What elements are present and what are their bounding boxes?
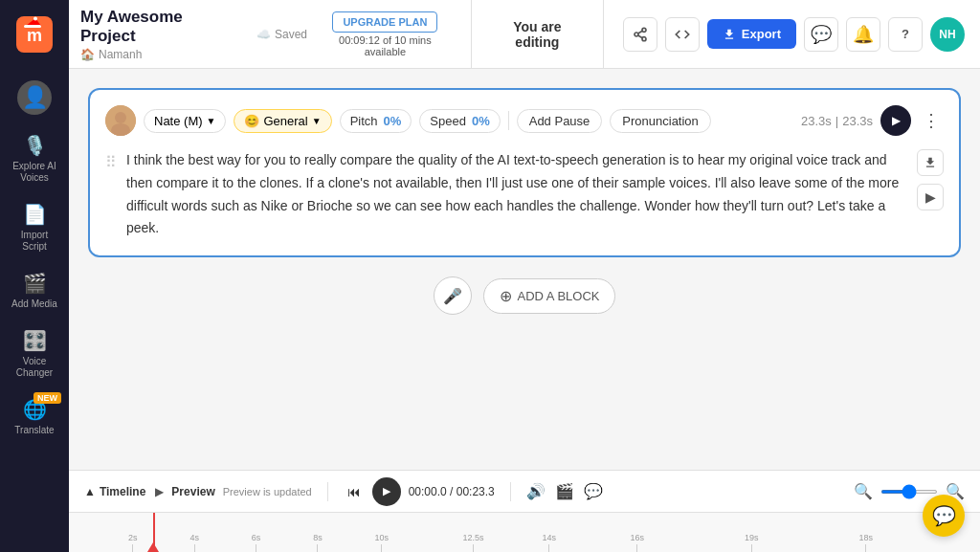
timeline-chevron-icon: ▲: [84, 485, 96, 498]
cloud-icon: ☁️: [256, 28, 271, 41]
playhead-marker: [147, 542, 159, 552]
editing-label: You are editing: [471, 0, 604, 68]
tick-line-10: [865, 544, 866, 552]
share-button[interactable]: [623, 17, 657, 52]
explore-icon: 🎙️: [23, 134, 47, 157]
skip-back-button[interactable]: ⏮: [344, 480, 365, 503]
sidebar: 👤 🎙️ Explore AI Voices 📄 Import Script 🎬…: [0, 69, 69, 552]
add-block-label: ADD A BLOCK: [518, 289, 600, 303]
separator-2: [327, 482, 328, 501]
add-pause-button[interactable]: Add Pause: [517, 109, 603, 133]
pronunciation-button[interactable]: Pronunciation: [610, 109, 711, 133]
voice-selector[interactable]: Nate (M) ▼: [144, 109, 226, 133]
voice-block: Nate (M) ▼ 😊 General ▼ Pitch 0% Speed: [88, 88, 961, 257]
ruler-tick-10: 18s: [859, 533, 874, 552]
current-time: 00:00.0: [409, 485, 447, 498]
saved-label: Saved: [275, 28, 307, 41]
project-title: My Awesome Project: [80, 8, 237, 46]
play-block-action-button[interactable]: ▶: [917, 184, 944, 210]
voice-block-body: ⠿ I think the best way for you to really…: [105, 149, 944, 240]
tick-line-6: [473, 544, 474, 552]
speed-label: Speed: [430, 114, 466, 128]
drag-handle[interactable]: ⠿: [105, 153, 117, 240]
saved-badge: ☁️ Saved: [256, 28, 307, 41]
notification-button[interactable]: 🔔: [846, 17, 880, 52]
timeline-label: ▲ Timeline: [84, 485, 145, 498]
ruler-tick-9: 19s: [745, 533, 759, 552]
preview-section: ▶ Preview Preview is updated: [155, 485, 311, 498]
pitch-value: 0%: [384, 114, 402, 128]
sidebar-item-explore[interactable]: 🎙️ Explore AI Voices: [6, 126, 63, 191]
tick-line-7: [548, 544, 549, 552]
sidebar-avatar: 👤: [17, 80, 52, 115]
sidebar-item-translate[interactable]: NEW 🌐 Translate: [6, 390, 63, 444]
chat-floating-button[interactable]: 💬: [923, 495, 965, 537]
time-counter: 00:00.0 / 00:23.3: [409, 485, 495, 498]
separator-3: [510, 482, 511, 501]
separator-1: [508, 111, 509, 130]
preview-icon: ▶: [155, 485, 164, 498]
export-button[interactable]: Export: [707, 19, 796, 49]
zoom-out-button[interactable]: 🔍: [854, 482, 873, 500]
mic-button[interactable]: 🎤: [434, 276, 472, 315]
import-icon: 📄: [23, 203, 47, 226]
add-block-action-button[interactable]: [917, 149, 944, 176]
more-options-button[interactable]: ⋮: [919, 106, 944, 135]
sidebar-item-voice-changer[interactable]: 🎛️ Voice Changer: [6, 321, 63, 386]
upgrade-section: UPGRADE PLAN 00:09:12 of 10 mins availab…: [319, 11, 452, 57]
header: m My Awesome Project 🏠 Namanh ☁️ Saved U…: [0, 0, 980, 69]
pitch-control[interactable]: Pitch 0%: [340, 109, 412, 133]
voice-avatar: [105, 105, 136, 136]
speed-control[interactable]: Speed 0%: [419, 109, 500, 133]
sidebar-item-media[interactable]: 🎬 Add Media: [6, 264, 63, 318]
tick-line-3: [256, 544, 256, 552]
text-content[interactable]: I think the best way for you to really c…: [126, 149, 907, 240]
time-sep: |: [835, 114, 838, 128]
tick-line: [132, 544, 133, 552]
timeline-bar: ▲ Timeline ▶ Preview Preview is updated …: [69, 470, 980, 512]
svg-rect-3: [24, 25, 41, 28]
export-label: Export: [742, 27, 781, 41]
video-button[interactable]: 🎬: [555, 482, 574, 500]
tick-line-8: [636, 544, 637, 552]
emotion-emoji: 😊: [244, 114, 259, 128]
timeline-text: Timeline: [100, 485, 145, 498]
upgrade-button[interactable]: UPGRADE PLAN: [332, 11, 437, 33]
voice-block-header: Nate (M) ▼ 😊 General ▼ Pitch 0% Speed: [105, 105, 944, 136]
preview-label: Preview: [171, 485, 214, 498]
volume-button[interactable]: 🔊: [526, 482, 546, 500]
speed-value: 0%: [472, 114, 490, 128]
time-current: 23.3s: [801, 114, 832, 128]
ruler-tick-1: 2s: [128, 533, 138, 552]
ruler-tick-7: 14s: [542, 533, 556, 552]
chat-button[interactable]: 💬: [804, 17, 838, 52]
add-block-button[interactable]: ⊕ ADD A BLOCK: [483, 278, 616, 314]
emotion-selector[interactable]: 😊 General ▼: [234, 109, 331, 133]
main-layout: 👤 🎙️ Explore AI Voices 📄 Import Script 🎬…: [0, 69, 980, 552]
block-play-button[interactable]: ▶: [880, 105, 911, 136]
transport-play-button[interactable]: ▶: [372, 477, 401, 506]
sidebar-item-voice-label: Voice Changer: [11, 356, 57, 379]
project-subtitle: 🏠 Namanh: [80, 48, 237, 61]
voice-name: Nate (M): [154, 114, 203, 128]
editor-area: Nate (M) ▼ 😊 General ▼ Pitch 0% Speed: [69, 69, 980, 470]
home-icon: 🏠: [80, 48, 95, 61]
ruler-tick-2: 4s: [189, 533, 199, 552]
transport-controls: ⏮ ▶ 00:00.0 / 00:23.3: [344, 477, 495, 506]
help-button[interactable]: ?: [888, 17, 923, 52]
svg-point-4: [33, 16, 37, 20]
sidebar-item-import-label: Import Script: [11, 230, 57, 253]
media-icon: 🎬: [23, 272, 47, 295]
emotion-name: General: [263, 114, 307, 128]
block-actions: ▶: [917, 149, 944, 240]
subtitle-button[interactable]: 💬: [584, 482, 603, 500]
user-avatar[interactable]: NH: [930, 17, 965, 52]
zoom-slider[interactable]: [880, 490, 938, 494]
sidebar-item-import[interactable]: 📄 Import Script: [6, 195, 63, 260]
project-info: My Awesome Project 🏠 Namanh: [80, 8, 237, 61]
code-button[interactable]: [665, 17, 700, 52]
pitch-label: Pitch: [350, 114, 378, 128]
ruler-marks: 2s 4s 6s 8s 10s: [84, 513, 965, 552]
project-home: Namanh: [99, 48, 142, 61]
logo-area: m: [0, 0, 69, 69]
